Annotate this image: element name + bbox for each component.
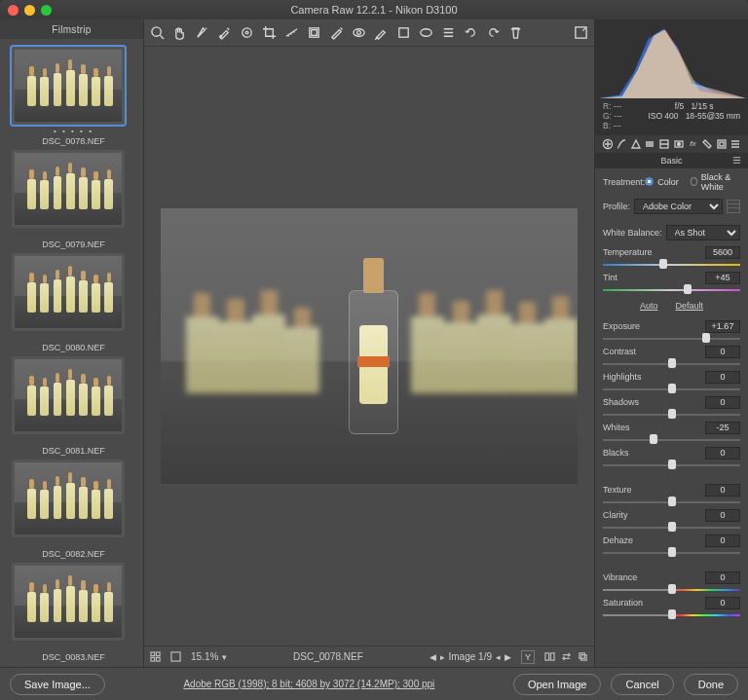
cancel-button[interactable]: Cancel xyxy=(611,674,673,695)
tab-lens-icon[interactable] xyxy=(672,137,685,150)
slider-track[interactable] xyxy=(603,261,740,269)
transform-tool-icon[interactable] xyxy=(307,25,321,40)
slider-handle[interactable] xyxy=(668,384,676,393)
treatment-color-radio[interactable]: Color xyxy=(645,172,679,192)
zoom-level[interactable]: 15.1%▾ xyxy=(191,651,227,662)
before-after-icon[interactable] xyxy=(544,651,555,662)
slider-value-input[interactable]: -25 xyxy=(705,422,740,434)
slider-value-input[interactable]: 0 xyxy=(705,447,740,460)
tab-fx-icon[interactable]: fx xyxy=(687,137,699,150)
crop-tool-icon[interactable] xyxy=(262,25,277,40)
tab-curve-icon[interactable] xyxy=(616,137,628,150)
grid-view-icon[interactable] xyxy=(150,651,161,662)
slider-track[interactable] xyxy=(603,586,740,594)
slider-value-input[interactable]: +45 xyxy=(705,272,740,284)
slider-track[interactable] xyxy=(603,498,740,506)
tab-hsl-icon[interactable] xyxy=(644,137,656,150)
next-image-button[interactable]: ▶ xyxy=(505,652,511,662)
slider-value-input[interactable]: 0 xyxy=(705,509,740,522)
rotate-cw-icon[interactable] xyxy=(486,25,501,40)
slider-handle[interactable] xyxy=(650,434,657,444)
hand-tool-icon[interactable] xyxy=(172,25,187,40)
adjustment-brush-icon[interactable] xyxy=(374,25,389,40)
profile-browser-icon[interactable] xyxy=(727,200,740,213)
slider-handle[interactable] xyxy=(668,584,676,594)
wb-select[interactable]: As Shot xyxy=(666,225,740,240)
slider-handle[interactable] xyxy=(684,284,692,294)
slider-handle[interactable] xyxy=(668,547,676,557)
slider-value-input[interactable]: +1.67 xyxy=(705,320,740,333)
slider-handle[interactable] xyxy=(702,333,710,343)
white-balance-tool-icon[interactable] xyxy=(195,25,209,40)
compare-toggle[interactable]: Y xyxy=(521,650,535,664)
slider-track[interactable] xyxy=(603,549,740,557)
filmstrip-thumbnail[interactable]: DSC_0083.NEF xyxy=(12,563,135,662)
slider-handle[interactable] xyxy=(668,460,676,469)
tab-snapshots-icon[interactable] xyxy=(729,137,742,150)
slider-handle[interactable] xyxy=(668,409,676,419)
trash-icon[interactable] xyxy=(508,25,523,40)
maximize-window-button[interactable] xyxy=(41,5,52,16)
close-window-button[interactable] xyxy=(8,5,19,16)
prev-image-button[interactable]: ◀ xyxy=(430,652,436,662)
tab-calibration-icon[interactable] xyxy=(701,137,714,150)
redeye-tool-icon[interactable] xyxy=(352,25,366,40)
slider-handle[interactable] xyxy=(668,497,676,506)
tab-presets-icon[interactable] xyxy=(715,137,728,150)
slider-track[interactable] xyxy=(603,286,740,294)
slider-track[interactable] xyxy=(603,524,740,532)
tab-split-icon[interactable] xyxy=(658,137,671,150)
tab-detail-icon[interactable] xyxy=(629,137,642,150)
rotate-ccw-icon[interactable] xyxy=(464,25,478,40)
slider-track[interactable] xyxy=(603,461,740,469)
histogram[interactable] xyxy=(595,19,748,99)
preferences-icon[interactable] xyxy=(574,25,588,40)
minimize-window-button[interactable] xyxy=(24,5,35,16)
slider-value-input[interactable]: 0 xyxy=(705,346,740,358)
tab-basic-icon[interactable] xyxy=(601,137,614,150)
slider-track[interactable] xyxy=(603,436,740,444)
slider-track[interactable] xyxy=(603,335,740,343)
graduated-filter-icon[interactable] xyxy=(396,25,411,40)
filmstrip-thumbnail[interactable]: • • • • • DSC_0078.NEF xyxy=(12,47,135,146)
slider-track[interactable] xyxy=(603,611,740,619)
slider-value-input[interactable]: 0 xyxy=(705,371,740,384)
default-button[interactable]: Default xyxy=(675,301,703,311)
filmstrip-thumbnail[interactable]: DSC_0081.NEF xyxy=(12,356,135,456)
slider-value-input[interactable]: 5600 xyxy=(705,246,740,259)
auto-button[interactable]: Auto xyxy=(640,301,658,311)
slider-track[interactable] xyxy=(603,360,740,368)
done-button[interactable]: Done xyxy=(684,674,738,695)
swap-icon[interactable] xyxy=(561,651,572,662)
straighten-tool-icon[interactable] xyxy=(284,25,299,40)
zoom-tool-icon[interactable] xyxy=(150,25,165,40)
profile-select[interactable]: Adobe Color xyxy=(634,199,723,214)
slider-value-input[interactable]: 0 xyxy=(705,484,740,497)
slider-handle[interactable] xyxy=(668,609,676,619)
filmstrip-thumbnail[interactable]: DSC_0080.NEF xyxy=(12,253,135,352)
slider-handle[interactable] xyxy=(668,522,676,532)
slider-value-input[interactable]: 0 xyxy=(705,396,740,409)
slider-handle[interactable] xyxy=(668,358,676,368)
filmstrip-thumbnail[interactable]: DSC_0079.NEF xyxy=(12,150,135,249)
filmstrip-thumbnail[interactable]: DSC_0082.NEF xyxy=(12,460,135,559)
single-view-icon[interactable] xyxy=(170,651,181,662)
spot-removal-tool-icon[interactable] xyxy=(329,25,344,40)
preview-area[interactable] xyxy=(144,47,594,645)
color-sampler-tool-icon[interactable] xyxy=(217,25,232,40)
copy-settings-icon[interactable] xyxy=(578,651,588,662)
target-adjust-tool-icon[interactable] xyxy=(240,25,254,40)
slider-track[interactable] xyxy=(603,386,740,393)
panel-menu-icon[interactable] xyxy=(731,155,742,166)
radial-filter-icon[interactable] xyxy=(419,25,433,40)
save-image-button[interactable]: Save Image... xyxy=(10,674,105,695)
open-image-button[interactable]: Open Image xyxy=(513,674,602,695)
list-view-icon[interactable] xyxy=(441,25,456,40)
slider-value-input[interactable]: 0 xyxy=(705,534,740,547)
workflow-options-link[interactable]: Adobe RGB (1998); 8 bit; 4608 by 3072 (1… xyxy=(115,679,504,689)
slider-track[interactable] xyxy=(603,411,740,419)
slider-value-input[interactable]: 0 xyxy=(705,571,740,584)
slider-handle[interactable] xyxy=(659,259,667,269)
treatment-bw-radio[interactable]: Black & White xyxy=(691,172,740,192)
slider-value-input[interactable]: 0 xyxy=(705,597,740,609)
